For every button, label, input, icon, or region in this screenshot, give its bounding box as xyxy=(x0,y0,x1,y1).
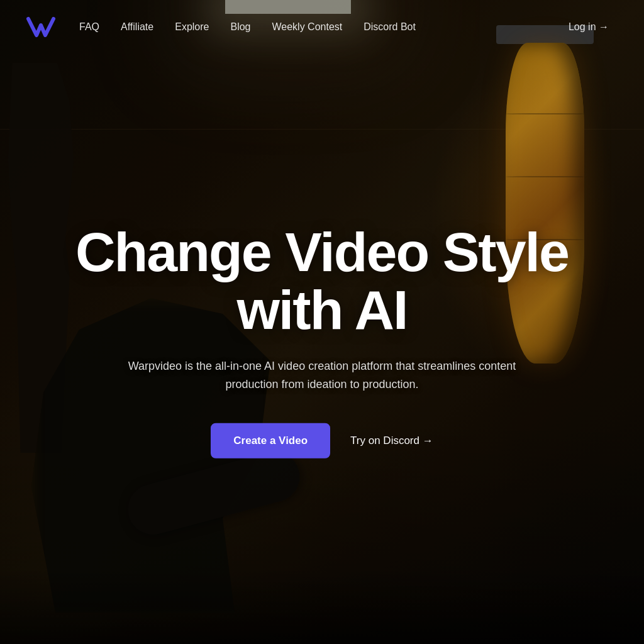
create-video-button[interactable]: Create a Video xyxy=(211,423,330,458)
hero-content: Change Video Style with AI Warpvideo is … xyxy=(64,223,580,458)
try-discord-button[interactable]: Try on Discord → xyxy=(350,435,433,447)
nav-discord-bot[interactable]: Discord Bot xyxy=(353,16,426,38)
nav-explore[interactable]: Explore xyxy=(165,16,219,38)
nav-weekly-contest[interactable]: Weekly Contest xyxy=(262,16,352,38)
hero-title-line1: Change Video Style xyxy=(75,221,569,283)
nav-links: FAQ Affiliate Explore Blog Weekly Contes… xyxy=(69,16,558,38)
hero-cta-group: Create a Video Try on Discord → xyxy=(64,423,580,458)
nav-login[interactable]: Log in → xyxy=(558,16,619,38)
hero-title: Change Video Style with AI xyxy=(64,223,580,340)
hero-title-line2: with AI xyxy=(236,279,407,341)
nav-faq[interactable]: FAQ xyxy=(69,16,109,38)
nav-blog[interactable]: Blog xyxy=(220,16,260,38)
hero-section: FAQ Affiliate Explore Blog Weekly Contes… xyxy=(0,0,644,644)
hero-subtitle: Warpvideo is the all-in-one AI video cre… xyxy=(108,357,536,394)
logo[interactable] xyxy=(25,11,57,43)
navbar: FAQ Affiliate Explore Blog Weekly Contes… xyxy=(0,0,644,54)
nav-affiliate[interactable]: Affiliate xyxy=(111,16,164,38)
